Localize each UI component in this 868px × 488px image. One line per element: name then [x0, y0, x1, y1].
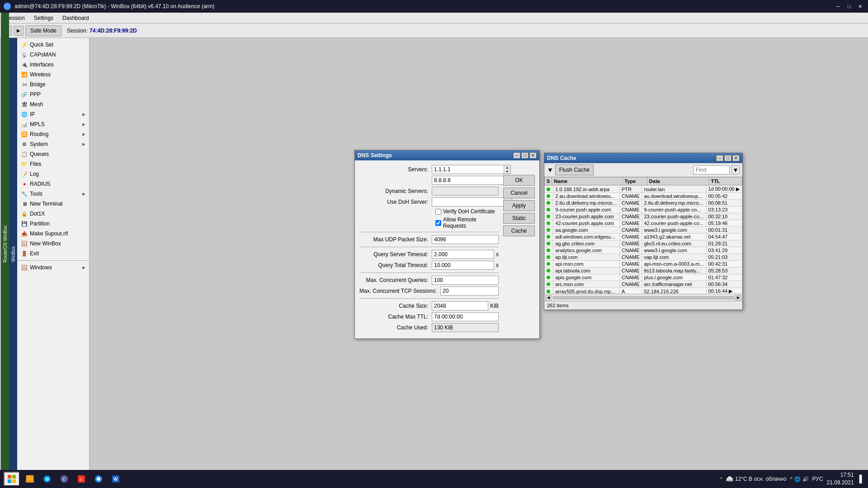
cache-row-5[interactable]: 42-courier.push.apple.com CNAME 42.couri… — [545, 220, 742, 227]
cache-row-2[interactable]: 2.tlu.dl.delivery.mp.micros... CNAME 2.t… — [545, 200, 742, 206]
cache-row-9[interactable]: analytics.google.com CNAME www3.l.google… — [545, 247, 742, 254]
col-type[interactable]: Type — [623, 178, 647, 185]
cache-row-10[interactable]: ap.lijt.com CNAME vap.lijt.com 05:21:03 — [545, 254, 742, 261]
sidebar-item-tools[interactable]: 🔧 Tools ▶ — [17, 189, 89, 199]
safe-mode-button[interactable]: Safe Mode — [25, 25, 61, 36]
cache-find-input[interactable] — [693, 165, 730, 174]
taskbar-explorer[interactable] — [22, 472, 38, 486]
clock[interactable]: 17:51 21.09.2021 — [827, 471, 854, 487]
col-data[interactable]: Data — [647, 178, 709, 185]
sidebar-item-mesh[interactable]: 🕸 Mesh — [17, 99, 89, 109]
cache-hscroll[interactable]: ◀ ▶ — [544, 294, 742, 301]
sidebar-item-new-winbox[interactable]: 🪟 New WinBox — [17, 239, 89, 249]
sidebar-item-quick-set[interactable]: ⚡ Quick Set — [17, 40, 89, 50]
start-button[interactable] — [4, 472, 20, 486]
sidebar-item-windows[interactable]: 🪟 Windows ▶ — [17, 263, 89, 272]
sidebar-item-ppp[interactable]: 🔗 PPP — [17, 89, 89, 99]
sidebar-item-bridge[interactable]: ⋈ Bridge — [17, 80, 89, 89]
cache-row-15[interactable]: array505.prod.do.dsp.mp... A 52.184.216.… — [545, 288, 742, 294]
cache-row-8[interactable]: ag.gbc.criteo.com CNAME gbc5.nl.eu.crite… — [545, 240, 742, 247]
forward-button[interactable]: ▶ — [14, 26, 24, 36]
max-concurrent-queries-input[interactable]: 100 — [432, 276, 499, 285]
query-server-timeout-input[interactable]: 2.000 — [432, 250, 494, 259]
server2-input[interactable]: ▲ ▼ — [432, 176, 511, 185]
cache-row-6[interactable]: aa.google.com CNAME www3.l.google.com 00… — [545, 227, 742, 234]
server1-input[interactable]: ▲ ▼ — [432, 165, 511, 174]
apply-button[interactable]: Apply — [503, 200, 535, 211]
col-ttl[interactable]: TTL — [709, 178, 742, 185]
dns-cache-maximize[interactable]: □ — [724, 155, 731, 161]
taskbar-word[interactable]: W — [108, 472, 124, 486]
cache-row-7[interactable]: adl.windows.com.edgesu... CNAME a1943.g2… — [545, 234, 742, 240]
sidebar-item-wireless[interactable]: 📶 Wireless — [17, 70, 89, 80]
verify-doh-checkbox[interactable] — [435, 209, 441, 215]
dns-settings-maximize[interactable]: □ — [521, 152, 528, 159]
sidebar-item-ip[interactable]: 🌐 IP ▶ — [17, 109, 89, 119]
menu-settings[interactable]: Settings — [30, 14, 57, 22]
sidebar-item-files[interactable]: 📁 Files — [17, 159, 89, 169]
dns-cache-title-bar[interactable]: DNS Cache ─ □ ✕ — [544, 153, 742, 163]
server1-down[interactable]: ▼ — [504, 169, 510, 174]
taskbar-edge[interactable] — [39, 472, 55, 486]
cache-row-11[interactable]: api.msn.com CNAME api-msn-com.a-0003.a-m… — [545, 261, 742, 267]
sidebar-item-capsman[interactable]: 📡 CAPsMAN — [17, 50, 89, 60]
show-desktop-btn[interactable]: ▌ — [859, 475, 864, 483]
sidebar-item-dot1x[interactable]: 🔒 Dot1X — [17, 209, 89, 219]
cache-row-13[interactable]: apis.google.com CNAME plus.l.google.com … — [545, 274, 742, 281]
dns-cache-minimize[interactable]: ─ — [716, 155, 723, 161]
sidebar-item-partition[interactable]: 💾 Partition — [17, 219, 89, 229]
sidebar-item-radius[interactable]: ● RADIUS — [17, 179, 89, 189]
dns-settings-title-bar[interactable]: DNS Settings ─ □ ✕ — [355, 150, 539, 160]
server2-field[interactable] — [432, 176, 504, 184]
network-icon[interactable]: 🌐 — [794, 476, 801, 482]
sidebar-item-log[interactable]: 📝 Log — [17, 169, 89, 179]
close-button[interactable]: ✕ — [855, 2, 864, 10]
cache-max-ttl-input[interactable]: 7d 00:00:00 — [432, 312, 499, 321]
cache-row-1[interactable]: 2.au.download.windowsu... CNAME au.downl… — [545, 193, 742, 200]
sidebar-item-interfaces[interactable]: 🔌 Interfaces — [17, 60, 89, 70]
filter-icon[interactable]: ▼ — [547, 166, 553, 174]
sidebar-item-mpls[interactable]: 📊 MPLS ▶ — [17, 119, 89, 129]
tray-expand[interactable]: ^ — [790, 476, 792, 482]
minimize-button[interactable]: ─ — [834, 2, 843, 10]
scroll-right-btn[interactable]: ▶ — [735, 295, 741, 300]
taskbar-store[interactable]: S — [73, 472, 90, 486]
ok-button[interactable]: OK — [503, 175, 535, 186]
flush-cache-button[interactable]: Flush Cache — [555, 164, 594, 175]
sidebar-item-system[interactable]: ⚙ System ▶ — [17, 139, 89, 149]
static-button[interactable]: Static — [503, 213, 535, 224]
sidebar-item-queues[interactable]: 📋 Queues — [17, 149, 89, 159]
language-indicator[interactable]: РУС — [812, 476, 823, 482]
cache-button[interactable]: Cache — [503, 225, 535, 236]
doh-input[interactable] — [432, 198, 504, 206]
scroll-left-btn[interactable]: ◀ — [545, 295, 552, 300]
doh-dropdown[interactable]: ▼ — [432, 197, 512, 206]
cache-row-4[interactable]: 23-courier.push.apple.com CNAME 23.couri… — [545, 213, 742, 220]
cache-size-input[interactable]: 2048 — [432, 301, 488, 310]
query-total-timeout-input[interactable]: 10.000 — [432, 261, 494, 270]
dns-settings-minimize[interactable]: ─ — [513, 152, 520, 159]
volume-icon[interactable]: 🔊 — [802, 476, 809, 482]
max-concurrent-tcp-input[interactable]: 20 — [440, 286, 499, 296]
taskbar-browser2[interactable] — [90, 472, 107, 486]
allow-remote-checkbox[interactable] — [435, 220, 441, 226]
dns-settings-close[interactable]: ✕ — [529, 152, 537, 159]
menu-dashboard[interactable]: Dashboard — [59, 14, 93, 22]
col-s[interactable]: S — [545, 178, 552, 185]
scroll-track[interactable] — [552, 296, 734, 300]
cache-row-3[interactable]: 9-courier.push.apple.com CNAME 9-courier… — [545, 206, 742, 213]
cancel-button[interactable]: Cancel — [503, 188, 535, 198]
server1-field[interactable] — [432, 165, 504, 174]
server1-up[interactable]: ▲ — [504, 165, 510, 169]
sidebar-item-new-terminal[interactable]: 🖥 New Terminal — [17, 199, 89, 209]
cache-row-12[interactable]: api.taboola.com CNAME tls13.taboola.map.… — [545, 267, 742, 274]
maximize-button[interactable]: □ — [844, 2, 854, 10]
tray-chevron[interactable]: ^ — [720, 476, 722, 482]
find-dropdown-btn[interactable]: ▼ — [731, 165, 740, 174]
sidebar-item-routing[interactable]: 🔀 Routing ▶ — [17, 129, 89, 139]
sidebar-item-make-supout[interactable]: 📤 Make Supout.rif — [17, 229, 89, 239]
taskbar-teams[interactable]: T — [56, 472, 72, 486]
server1-spinner[interactable]: ▲ ▼ — [504, 165, 510, 174]
dns-cache-close[interactable]: ✕ — [732, 155, 740, 161]
col-name[interactable]: Name — [552, 178, 623, 185]
